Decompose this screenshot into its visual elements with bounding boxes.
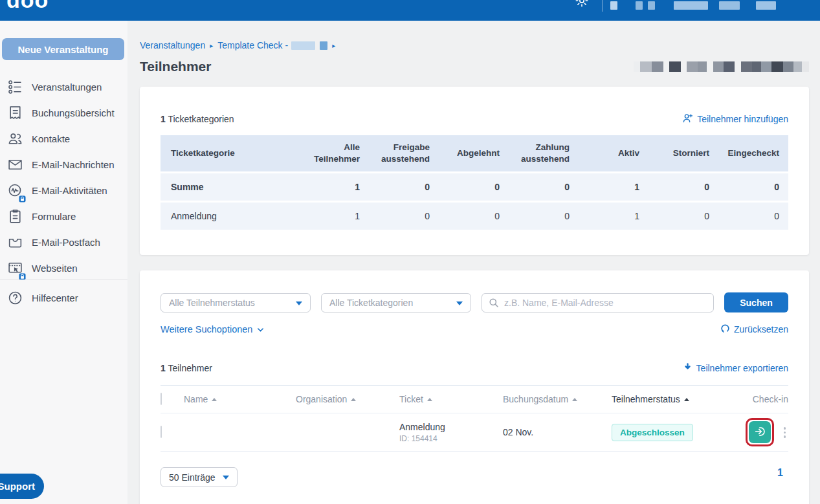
cell-value: 0 [369, 173, 439, 201]
cell-value: 0 [439, 173, 509, 201]
column-header: Abgelehnt [439, 135, 509, 171]
gear-icon[interactable] [575, 0, 589, 10]
participants-count: 1 Teilnehmer [161, 363, 212, 373]
page-size-select[interactable]: 50 Einträge [161, 467, 238, 487]
main-content: Veranstaltungen ▸ Template Check - ▸ Tei… [140, 21, 809, 504]
column-header-name[interactable]: Name [184, 394, 296, 404]
sidebar-item-label: Formulare [32, 211, 76, 222]
column-header-buchungsdatum[interactable]: Buchungsdatum [503, 394, 612, 404]
contacts-icon [6, 130, 24, 148]
breadcrumb-separator-icon: ▸ [210, 42, 213, 49]
chevron-down-icon [296, 301, 302, 305]
cell-value: 1 [299, 203, 369, 230]
table-header-row: Ticketkategorie Alle Teilnehmer Freigabe… [161, 135, 788, 171]
support-button[interactable]: Support [0, 474, 44, 499]
sidebar-item-webseiten[interactable]: Webseiten [0, 255, 127, 281]
sidebar: Neue Veranstaltung Veranstaltungen Buchu… [0, 21, 127, 504]
webpage-icon [6, 259, 24, 277]
search-input[interactable] [482, 293, 714, 312]
sidebar-item-buchungsuebersicht[interactable]: Buchungsübersicht [0, 100, 127, 126]
ticket-categories-table: Ticketkategorie Alle Teilnehmer Freigabe… [161, 133, 788, 232]
sidebar-item-label: Veranstaltungen [32, 82, 102, 93]
sidebar-item-label: E-Mail-Nachrichten [32, 159, 115, 170]
doo-logo[interactable]: doo [6, 0, 49, 13]
red-highlight-ring [746, 418, 774, 446]
booking-receipt-icon [6, 104, 24, 122]
lock-icon [19, 193, 26, 201]
sidebar-item-kontakte[interactable]: Kontakte [0, 126, 127, 151]
sort-asc-icon [572, 398, 577, 401]
sidebar-item-label: E-Mail-Aktivitäten [32, 185, 107, 196]
checkin-button[interactable] [749, 421, 771, 443]
sidebar-item-label: E-Mail-Postfach [32, 237, 100, 248]
add-participant-link[interactable]: Teilnehmer hinzufügen [682, 113, 788, 126]
help-icon [6, 289, 24, 307]
breadcrumb-separator-icon: ▸ [332, 42, 335, 49]
login-arrow-icon [754, 426, 766, 439]
redacted-block [636, 1, 643, 10]
column-header-organisation[interactable]: Organisation [296, 394, 399, 404]
breadcrumb-link-current-event[interactable]: Template Check - [217, 40, 288, 50]
sort-asc-icon [351, 398, 356, 401]
cell-value: 0 [718, 203, 788, 230]
select-all-checkbox[interactable] [161, 393, 162, 405]
sidebar-item-hilfecenter[interactable]: Hilfecenter [0, 285, 127, 311]
cell-value: 0 [439, 203, 509, 230]
topbar-divider [602, 0, 603, 12]
ticket-category-select[interactable]: Alle Ticketkategorien [321, 293, 471, 312]
cell-value: 1 [579, 203, 648, 230]
column-header-teilnehmerstatus[interactable]: Teilnehmerstatus [612, 394, 742, 404]
sort-asc-icon [684, 398, 689, 401]
sidebar-menu: Veranstaltungen Buchungsübersicht Ko [0, 74, 127, 281]
sort-asc-icon [212, 398, 217, 401]
breadcrumb: Veranstaltungen ▸ Template Check - ▸ [140, 40, 809, 50]
status-badge: Abgeschlossen [612, 424, 693, 441]
ticket-categories-count: 1 Ticketkategorien [161, 114, 234, 124]
cell-value: 0 [369, 203, 439, 230]
redacted-block [320, 41, 327, 50]
redacted-block-group [634, 61, 809, 72]
sidebar-item-label: Webseiten [32, 263, 78, 274]
column-header: Ticketkategorie [161, 135, 299, 171]
new-event-button[interactable]: Neue Veranstaltung [2, 38, 124, 60]
export-participants-link[interactable]: Teilnehmer exportieren [683, 362, 788, 374]
booking-date: 02 Nov. [503, 427, 612, 437]
lock-icon [19, 271, 26, 278]
participants-card: Alle Teilnehmerstatus Alle Ticketkategor… [140, 270, 809, 504]
pagination-page-1[interactable]: 1 [777, 467, 783, 479]
column-header-ticket[interactable]: Ticket [399, 394, 503, 404]
table-row-summe: Summe 1 0 0 0 1 0 0 [161, 173, 788, 201]
more-search-options-link[interactable]: Weitere Suchoptionen [161, 324, 264, 334]
table-row-anmeldung: Anmeldung 1 0 0 0 1 0 0 [161, 203, 788, 230]
cell-value: 0 [718, 173, 788, 201]
participant-row: Anmeldung ID: 154414 02 Nov. Abgeschloss… [161, 413, 788, 452]
column-header: Aktiv [579, 135, 648, 171]
row-actions-menu-icon[interactable] [781, 424, 789, 441]
sidebar-item-email-postfach[interactable]: E-Mail-Postfach [0, 229, 127, 255]
participant-status-select[interactable]: Alle Teilnehmerstatus [161, 293, 311, 312]
event-list-icon [6, 78, 24, 96]
column-header: Freigabe ausstehend [369, 135, 439, 171]
search-icon [489, 298, 499, 311]
column-header-checkin: Check-in [742, 394, 788, 404]
breadcrumb-link-veranstaltungen[interactable]: Veranstaltungen [140, 40, 205, 50]
download-icon [683, 362, 693, 374]
sidebar-item-label: Buchungsübersicht [32, 107, 115, 118]
sidebar-item-email-aktivitaeten[interactable]: E-Mail-Aktivitäten [0, 177, 127, 203]
sidebar-item-formulare[interactable]: Formulare [0, 203, 127, 229]
reset-filters-link[interactable]: Zurücksetzen [720, 323, 788, 335]
redacted-block [674, 1, 708, 10]
sidebar-item-email-nachrichten[interactable]: E-Mail-Nachrichten [0, 151, 127, 177]
redacted-block [610, 1, 617, 10]
sort-asc-icon [427, 398, 432, 401]
cell-value: 1 [579, 173, 648, 201]
redacted-block [291, 41, 315, 50]
top-navigation-bar: doo [0, 0, 820, 21]
sidebar-divider [0, 279, 127, 280]
sidebar-item-veranstaltungen[interactable]: Veranstaltungen [0, 74, 127, 100]
form-icon [6, 208, 24, 225]
row-checkbox[interactable] [161, 426, 162, 438]
column-header: Storniert [648, 135, 718, 171]
participant-ticket-cell: Anmeldung ID: 154414 [399, 422, 503, 443]
search-button[interactable]: Suchen [724, 292, 788, 312]
